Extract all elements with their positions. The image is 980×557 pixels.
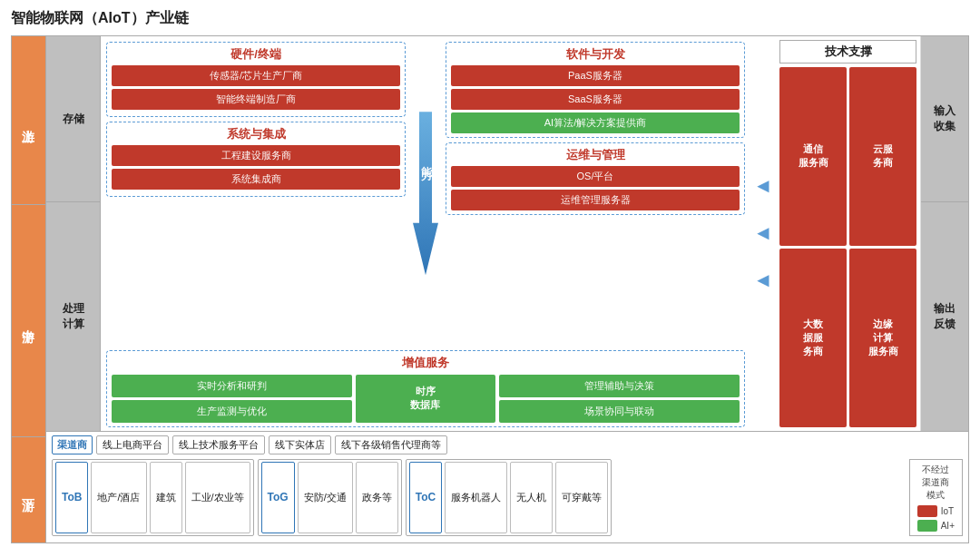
legend-box: 不经过渠道商模式 IoT AI+	[909, 459, 963, 536]
legend-iot-label: IoT	[941, 506, 954, 516]
center-panel: 硬件/终端 传感器/芯片生产厂商 智能终端制造厂商 系统与集成 工程建设服务商 …	[101, 36, 750, 431]
value-grid: 实时分析和研判 生产监测与优化 时序数据库 管理辅助与决策 场景协同与联动	[112, 375, 740, 423]
compute-label: 处理计算	[63, 301, 84, 332]
page-container: 智能物联网（AIoT）产业链 上游 中游 下游 存储 处理计算	[0, 0, 980, 557]
legend-iot-row: IoT	[917, 505, 955, 517]
ops-item-1: OS/平台	[451, 166, 740, 187]
toc-item-2: 无人机	[510, 462, 553, 533]
storage-box: 存储	[46, 36, 100, 202]
upper-section: 存储 处理计算 硬件/终端 传	[46, 36, 968, 432]
main-layout: 上游 中游 下游 存储 处理计算	[11, 35, 969, 543]
software-item-1: PaaS服务器	[451, 65, 740, 86]
channel-item-2: 线上技术服务平台	[172, 435, 265, 454]
value-right: 管理辅助与决策 场景协同与联动	[499, 375, 740, 423]
tob-item-2: 建筑	[150, 462, 182, 533]
output-label: 输出反馈	[934, 301, 956, 332]
market-tog-group: ToG 安防/交通 政务等	[258, 459, 402, 536]
market-tob-group: ToB 地产/酒店 建筑 工业/农业等	[52, 459, 254, 536]
far-right-col: 输入收集 输出反馈	[921, 36, 968, 431]
legend-iot-color	[917, 505, 937, 517]
downstream-label: 下游	[12, 437, 45, 542]
page-title: 智能物联网（AIoT）产业链	[11, 9, 969, 28]
value-left-1: 实时分析和研判	[112, 375, 352, 397]
tob-item-1: 地产/酒店	[91, 462, 146, 533]
storage-label: 存储	[63, 112, 84, 127]
arrow-left-3: ◄	[753, 270, 773, 290]
tech-col: 技术支撑 通信服务商 云服务商 大数据服务商 边缘计算服务商	[776, 36, 921, 431]
value-right-1: 管理辅助与决策	[499, 375, 740, 397]
hardware-item-2: 智能终端制造厂商	[112, 89, 400, 110]
left-blocks: 硬件/终端 传感器/芯片生产厂商 智能终端制造厂商 系统与集成 工程建设服务商 …	[106, 42, 406, 346]
value-title: 增值服务	[112, 355, 740, 371]
system-title: 系统与集成	[112, 126, 400, 142]
arrows-col: ◄ ◄ ◄	[750, 36, 776, 431]
legend-ai-label: AI+	[941, 521, 955, 531]
input-collect: 输入收集	[921, 36, 968, 202]
legend-note: 不经过渠道商模式	[917, 464, 955, 502]
tob-label: ToB	[55, 462, 88, 533]
tog-label: ToG	[261, 462, 295, 533]
value-center: 时序数据库	[356, 375, 495, 423]
arrow-left-2: ◄	[753, 223, 773, 243]
center-arrow-col: 能力	[411, 42, 440, 346]
tog-item-1: 安防/交通	[298, 462, 353, 533]
input-label: 输入收集	[934, 103, 956, 134]
channel-item-3: 线下实体店	[269, 435, 331, 454]
legend-ai-row: AI+	[917, 520, 955, 532]
left-col: 存储 处理计算	[46, 36, 101, 431]
arrow-left-1: ◄	[753, 176, 773, 196]
channel-item-4: 线下各级销售代理商等	[335, 435, 447, 454]
channel-row: 渠道商 线上电商平台 线上技术服务平台 线下实体店 线下各级销售代理商等	[52, 435, 963, 454]
ops-title: 运维与管理	[451, 147, 740, 163]
upstream-label: 上游	[12, 36, 45, 205]
hardware-item-1: 传感器/芯片生产厂商	[112, 65, 400, 86]
system-section: 系统与集成 工程建设服务商 系统集成商	[106, 122, 406, 197]
software-section: 软件与开发 PaaS服务器 SaaS服务器 AI算法/解决方案提供商	[446, 42, 745, 138]
hardware-title: 硬件/终端	[112, 46, 400, 63]
midstream-label: 中游	[12, 205, 45, 437]
ops-section: 运维与管理 OS/平台 运维管理服务器	[446, 142, 745, 215]
system-item-1: 工程建设服务商	[112, 145, 400, 166]
tech-cell-1: 通信服务商	[779, 67, 847, 246]
toc-item-1: 服务机器人	[445, 462, 507, 533]
software-title: 软件与开发	[451, 46, 740, 63]
content-area: 存储 处理计算 硬件/终端 传	[46, 36, 968, 542]
software-item-3: AI算法/解决方案提供商	[451, 112, 740, 133]
system-item-2: 系统集成商	[112, 169, 400, 190]
capability-arrow: 能力	[413, 112, 438, 275]
tech-title: 技术支撑	[779, 40, 916, 64]
center-top-row: 硬件/终端 传感器/芯片生产厂商 智能终端制造厂商 系统与集成 工程建设服务商 …	[106, 42, 745, 346]
value-left-2: 生产监测与优化	[112, 400, 352, 423]
market-toc-group: ToC 服务机器人 无人机 可穿戴等	[406, 459, 612, 536]
value-row: 增值服务 实时分析和研判 生产监测与优化 时序数据库 管理辅助与决策 场景协同与…	[106, 350, 745, 427]
tech-cell-3: 大数据服务商	[779, 249, 847, 427]
channel-label: 渠道商	[52, 435, 93, 454]
output-feedback: 输出反馈	[921, 202, 968, 431]
toc-item-3: 可穿戴等	[555, 462, 608, 533]
value-right-2: 场景协同与联动	[499, 400, 740, 423]
stream-labels: 上游 中游 下游	[12, 36, 46, 542]
right-blocks: 软件与开发 PaaS服务器 SaaS服务器 AI算法/解决方案提供商 运维与管理…	[446, 42, 745, 346]
tech-grid: 通信服务商 云服务商 大数据服务商 边缘计算服务商	[779, 67, 916, 427]
market-row-wrapper: ToB 地产/酒店 建筑 工业/农业等 ToG 安防/交通 政务等 ToC	[52, 459, 963, 536]
value-section: 增值服务 实时分析和研判 生产监测与优化 时序数据库 管理辅助与决策 场景协同与…	[106, 350, 745, 427]
lower-section: 渠道商 线上电商平台 线上技术服务平台 线下实体店 线下各级销售代理商等 ToB…	[46, 432, 968, 542]
hardware-section: 硬件/终端 传感器/芯片生产厂商 智能终端制造厂商	[106, 42, 406, 117]
tech-cell-4: 边缘计算服务商	[849, 249, 916, 427]
legend-ai-color	[917, 520, 937, 532]
compute-box: 处理计算	[46, 202, 100, 431]
ops-item-2: 运维管理服务器	[451, 190, 740, 210]
software-item-2: SaaS服务器	[451, 89, 740, 110]
channel-item-1: 线上电商平台	[96, 435, 169, 454]
tog-item-2: 政务等	[356, 462, 398, 533]
value-left: 实时分析和研判 生产监测与优化	[112, 375, 352, 423]
toc-label: ToC	[409, 462, 442, 533]
tob-item-3: 工业/农业等	[185, 462, 250, 533]
tech-cell-2: 云服务商	[849, 67, 916, 246]
arrow-label: 能力	[418, 157, 434, 164]
